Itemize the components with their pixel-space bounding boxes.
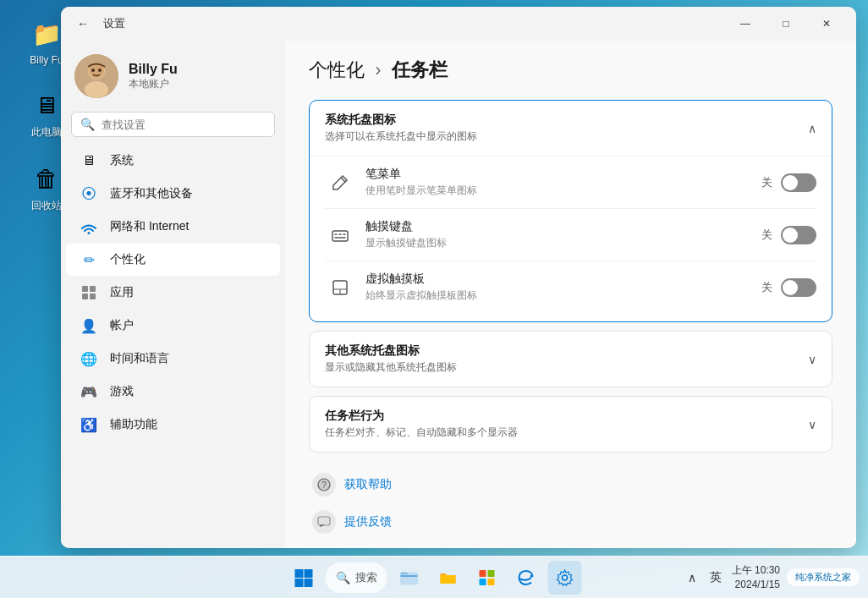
brand-label: 纯净系统之家 — [795, 571, 851, 584]
desktop-icon-folder-label: Billy Fu — [30, 54, 63, 66]
section-other-tray: 其他系统托盘图标 显示或隐藏其他系统托盘图标 ∨ — [309, 331, 832, 387]
section-taskbar-behavior-header[interactable]: 任务栏行为 任务栏对齐、标记、自动隐藏和多个显示器 ∨ — [310, 397, 832, 452]
games-icon: 🎮 — [80, 382, 98, 401]
sidebar-item-accounts[interactable]: 👤 帐户 — [66, 310, 280, 342]
svg-rect-30 — [488, 570, 495, 577]
virtual-touchpad-toggle-label: 关 — [761, 280, 772, 295]
get-help-icon: ? — [312, 473, 336, 497]
main-content: 个性化 › 任务栏 系统托盘图标 选择可以在系统托盘中显示的图标 ∧ — [285, 41, 856, 548]
trash-icon: 🗑 — [30, 162, 63, 195]
virtual-touchpad-desc: 始终显示虚拟触摸板图标 — [365, 288, 761, 303]
taskbar: 🔍 搜索 — [0, 556, 868, 598]
time-icon: 🌐 — [80, 349, 98, 368]
systray-lang[interactable]: 英 — [706, 568, 725, 587]
svg-rect-28 — [441, 575, 456, 584]
pen-menu-desc: 使用笔时显示笔菜单图标 — [365, 184, 761, 198]
section-system-tray-header[interactable]: 系统托盘图标 选择可以在系统托盘中显示的图标 ∧ — [310, 101, 832, 156]
virtual-touchpad-toggle[interactable] — [781, 278, 816, 297]
brand-tag[interactable]: 纯净系统之家 — [787, 568, 860, 586]
avatar — [74, 54, 118, 98]
sidebar-item-system[interactable]: 🖥 系统 — [66, 145, 280, 177]
sidebar-item-network[interactable]: 网络和 Internet — [66, 211, 280, 243]
minimize-button[interactable]: — — [726, 10, 765, 37]
svg-rect-25 — [295, 579, 304, 587]
settings-window: ← 设置 — □ ✕ — [61, 7, 856, 548]
desktop: 📁 Billy Fu 🖥 此电脑 🗑 回收站 ← 设置 — □ ✕ — [0, 0, 868, 556]
svg-point-4 — [91, 69, 95, 72]
svg-text:?: ? — [321, 480, 327, 490]
section-taskbar-behavior-title-group: 任务栏行为 任务栏对齐、标记、自动隐藏和多个显示器 — [325, 409, 518, 440]
taskbar-search[interactable]: 🔍 搜索 — [326, 562, 387, 593]
virtual-touchpad-toggle-right: 关 — [761, 278, 816, 297]
desktop-icon-computer-label: 此电脑 — [31, 125, 62, 140]
section-other-tray-subtitle: 显示或隐藏其他系统托盘图标 — [325, 360, 457, 375]
toggle-row-pen-menu: 笔菜单 使用笔时显示笔菜单图标 关 — [325, 156, 816, 209]
sidebar-search-box[interactable]: 🔍 — [71, 112, 275, 137]
pen-menu-toggle[interactable] — [781, 173, 816, 192]
feedback-label: 提供反馈 — [344, 514, 392, 529]
svg-rect-31 — [480, 579, 486, 585]
svg-rect-29 — [480, 570, 486, 577]
svg-point-6 — [88, 232, 91, 234]
get-help-label: 获取帮助 — [344, 477, 392, 492]
folder-icon: 📁 — [30, 17, 63, 51]
section-taskbar-behavior-chevron: ∨ — [808, 418, 816, 431]
sidebar-item-apps[interactable]: 应用 — [66, 277, 280, 309]
section-other-tray-title-group: 其他系统托盘图标 显示或隐藏其他系统托盘图标 — [325, 343, 457, 375]
touch-keyboard-info: 触摸键盘 显示触摸键盘图标 — [365, 219, 761, 250]
sidebar-item-bluetooth[interactable]: ⦿ 蓝牙和其他设备 — [66, 178, 280, 210]
back-button[interactable]: ← — [71, 12, 95, 36]
toggle-row-virtual-touchpad: 虚拟触摸板 始终显示虚拟触摸板图标 关 — [325, 261, 816, 313]
get-help-link[interactable]: ? 获取帮助 — [312, 466, 829, 503]
close-button[interactable]: ✕ — [807, 10, 846, 37]
breadcrumb-current: 任务栏 — [392, 59, 448, 80]
title-bar-left: ← 设置 — [71, 12, 125, 36]
nav-list: 🖥 系统 ⦿ 蓝牙和其他设备 — [61, 144, 285, 442]
svg-rect-8 — [90, 286, 96, 292]
section-system-tray: 系统托盘图标 选择可以在系统托盘中显示的图标 ∧ — [309, 100, 832, 322]
breadcrumb-separator: › — [375, 59, 381, 80]
section-system-tray-title: 系统托盘图标 — [325, 112, 477, 128]
sidebar-item-personalization-label: 个性化 — [110, 252, 146, 267]
virtual-touchpad-icon — [325, 272, 355, 303]
touch-keyboard-toggle-right: 关 — [761, 226, 816, 244]
virtual-touchpad-info: 虚拟触摸板 始终显示虚拟触摸板图标 — [365, 272, 761, 303]
systray-caret[interactable]: ∧ — [684, 569, 700, 586]
search-icon: 🔍 — [80, 118, 95, 131]
window-title: 设置 — [103, 16, 125, 31]
svg-point-5 — [98, 69, 102, 72]
taskbar-file-explorer[interactable] — [393, 561, 426, 595]
sidebar-item-games[interactable]: 🎮 游戏 — [66, 376, 280, 408]
time-display[interactable]: 上午 10:30 2024/1/15 — [732, 563, 780, 592]
taskbar-settings[interactable] — [548, 561, 582, 595]
accessibility-icon: ♿ — [80, 415, 98, 434]
sidebar-item-system-label: 系统 — [110, 153, 134, 168]
touch-keyboard-toggle[interactable] — [781, 226, 816, 244]
svg-rect-22 — [318, 517, 330, 525]
touch-keyboard-toggle-label: 关 — [761, 228, 772, 243]
settings-body: Billy Fu 本地账户 🔍 🖥 系统 ⦿ 蓝牙和其他设备 — [61, 41, 856, 548]
taskbar-search-icon: 🔍 — [336, 571, 350, 584]
taskbar-folder[interactable] — [431, 561, 465, 595]
network-icon — [80, 217, 98, 236]
user-profile[interactable]: Billy Fu 本地账户 — [61, 41, 285, 108]
sidebar-item-apps-label: 应用 — [110, 285, 134, 300]
section-other-tray-header[interactable]: 其他系统托盘图标 显示或隐藏其他系统托盘图标 ∨ — [310, 332, 832, 387]
taskbar-edge[interactable] — [509, 561, 543, 595]
section-system-tray-chevron: ∧ — [808, 122, 816, 135]
section-other-tray-chevron: ∨ — [808, 353, 816, 366]
sidebar-item-personalization[interactable]: ✏ 个性化 — [66, 244, 280, 276]
start-button[interactable] — [287, 561, 321, 595]
section-system-tray-title-group: 系统托盘图标 选择可以在系统托盘中显示的图标 — [325, 112, 477, 144]
taskbar-store[interactable] — [470, 561, 504, 595]
pen-menu-name: 笔菜单 — [365, 167, 761, 182]
sidebar-item-accessibility[interactable]: ♿ 辅助功能 — [66, 409, 280, 441]
sidebar-item-accounts-label: 帐户 — [110, 318, 134, 333]
sidebar-item-time[interactable]: 🌐 时间和语言 — [66, 343, 280, 375]
virtual-touchpad-name: 虚拟触摸板 — [365, 272, 761, 287]
sidebar: Billy Fu 本地账户 🔍 🖥 系统 ⦿ 蓝牙和其他设备 — [61, 41, 285, 548]
feedback-link[interactable]: 提供反馈 — [312, 503, 829, 540]
sidebar-search-input[interactable] — [102, 118, 266, 131]
system-icon: 🖥 — [80, 151, 98, 170]
maximize-button[interactable]: □ — [766, 10, 805, 37]
